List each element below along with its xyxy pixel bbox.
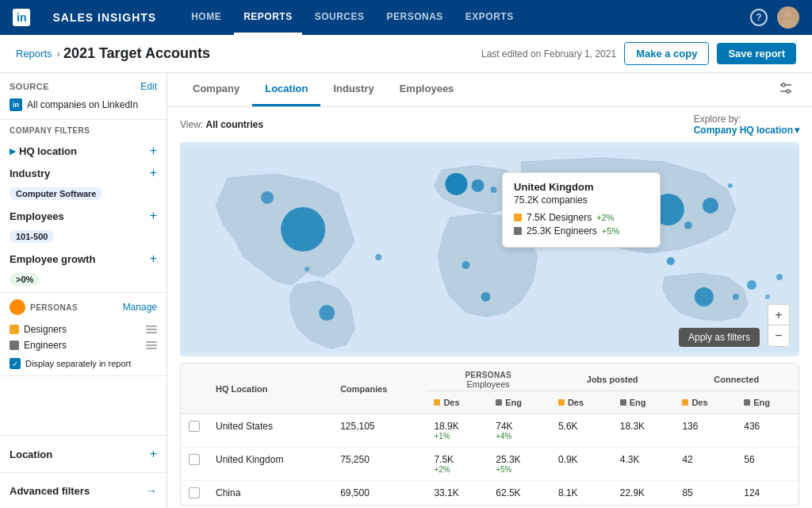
industry-tag-computer-software[interactable]: Computer Software [10, 187, 102, 200]
map-tooltip: United Kingdom 75.2K companies 7.5K Desi… [502, 172, 661, 248]
source-item: in All companies on LinkedIn [10, 98, 157, 111]
world-map-svg [180, 142, 799, 356]
row3-checkbox[interactable] [189, 487, 200, 498]
eng-dot-emp [496, 399, 502, 406]
row3-emp-eng: 62.5K [488, 481, 550, 506]
nav-exports[interactable]: EXPORTS [456, 0, 523, 35]
manage-personas-link[interactable]: Manage [123, 302, 157, 313]
svg-point-17 [304, 267, 309, 271]
row2-jobs-eng: 4.3K [612, 448, 675, 481]
row2-checkbox-cell [181, 448, 208, 481]
row3-jobs-eng: 22.9K [612, 481, 675, 506]
industry-add-icon[interactable]: + [150, 166, 157, 180]
filter-settings-icon[interactable] [772, 75, 799, 105]
select-all-header [181, 364, 208, 414]
row3-checkbox-cell [181, 481, 208, 506]
advanced-filters-row[interactable]: Advanced filters → [0, 472, 167, 508]
eng-dot-jobs [620, 399, 626, 406]
svg-point-15 [733, 294, 739, 300]
des-dot-jobs [558, 399, 565, 406]
employees-tag-101-500[interactable]: 101-500 [10, 230, 54, 243]
row2-checkbox[interactable] [189, 454, 200, 465]
row3-conn-eng: 124 [736, 481, 799, 506]
tooltip-engineers-dot [514, 227, 522, 235]
source-name: All companies on LinkedIn [27, 99, 138, 110]
map-bubble-usa[interactable] [281, 207, 325, 252]
tab-industry[interactable]: Industry [320, 73, 386, 106]
tooltip-engineers-change: +5% [602, 226, 619, 236]
nav-personas[interactable]: PERSONAS [377, 0, 453, 35]
map-bubble-australia[interactable] [695, 287, 714, 306]
zoom-out-button[interactable]: − [768, 325, 789, 346]
jobs-eng-col: Eng [612, 391, 675, 414]
employees-add-icon[interactable]: + [150, 209, 157, 223]
employee-growth-tag-positive[interactable]: >0% [10, 273, 40, 286]
svg-point-20 [491, 187, 497, 193]
table-section: HQ Location Companies PERSONAS Employees… [167, 356, 812, 508]
employees-tags: 101-500 [10, 227, 157, 243]
hq-chevron-icon: ▶ [10, 147, 16, 156]
explore-chevron-icon: ▾ [795, 125, 799, 136]
employee-growth-add-icon[interactable]: + [150, 252, 157, 266]
svg-point-1 [781, 19, 795, 29]
row1-checkbox-cell [181, 414, 208, 448]
app-brand: SALES INSIGHTS [52, 11, 156, 24]
row1-conn-des: 136 [674, 414, 736, 448]
row1-checkbox[interactable] [189, 421, 200, 432]
map-bubble-japan[interactable] [703, 198, 718, 214]
employees-filter[interactable]: Employees + [10, 205, 157, 227]
breadcrumb-reports[interactable]: Reports [16, 48, 52, 60]
nav-sources[interactable]: SOURCES [305, 0, 374, 35]
map-bubble-nigeria[interactable] [462, 261, 469, 269]
save-report-button[interactable]: Save report [717, 43, 796, 64]
location-add-icon[interactable]: + [150, 447, 157, 461]
map-bubble-singapore[interactable] [667, 257, 675, 265]
sub-header: Reports › 2021 Target Accounts Last edit… [0, 35, 812, 73]
sidebar-bottom: Location + Advanced filters → [0, 435, 167, 508]
help-icon[interactable]: ? [750, 9, 768, 26]
tab-employees[interactable]: Employees [387, 73, 467, 106]
hq-location-filter[interactable]: ▶ HQ location + [10, 140, 157, 162]
persona-designers-name: Designers [24, 324, 67, 335]
engineers-drag-handle[interactable] [146, 341, 157, 349]
companies-col-header: Companies [332, 364, 426, 414]
tooltip-row-designers: 7.5K Designers +2% [514, 212, 649, 223]
map-bubble-south-africa[interactable] [481, 292, 490, 302]
tooltip-country: United Kingdom [514, 181, 649, 193]
map-bubble-uk[interactable] [445, 173, 467, 195]
map-bubble-germany[interactable] [471, 179, 484, 192]
location-filter-row[interactable]: Location + [0, 435, 167, 472]
tab-company[interactable]: Company [180, 73, 252, 106]
designers-drag-handle[interactable] [146, 325, 157, 333]
svg-point-16 [375, 254, 381, 260]
table-row: United States 125,105 18.9K +1% 74K +4% … [181, 414, 799, 448]
hq-location-label: ▶ HQ location [10, 145, 77, 157]
hq-location-add-icon[interactable]: + [150, 144, 157, 158]
nav-home[interactable]: HOME [182, 0, 231, 35]
zoom-in-button[interactable]: + [768, 305, 789, 325]
employee-growth-tags: >0% [10, 270, 157, 286]
row1-conn-eng: 436 [736, 414, 799, 448]
nav-reports[interactable]: REPORTS [234, 0, 302, 35]
subheader-actions: Last edited on February 1, 2021 Make a c… [481, 42, 796, 65]
table-wrapper: HQ Location Companies PERSONAS Employees… [180, 363, 799, 506]
display-separately-checkbox[interactable]: ✓ [10, 358, 21, 369]
make-copy-button[interactable]: Make a copy [624, 42, 709, 65]
explore-value[interactable]: Company HQ location ▾ [694, 125, 799, 136]
employee-growth-filter[interactable]: Employee growth + [10, 248, 157, 270]
map-bubble-brazil[interactable] [319, 305, 335, 321]
industry-filter[interactable]: Industry + [10, 162, 157, 184]
svg-point-2 [15, 303, 20, 308]
tabs-left: Company Location Industry Employees [180, 73, 466, 106]
row1-jobs-des: 5.6K [550, 414, 612, 448]
apply-as-filters-button[interactable]: Apply as filters [679, 328, 760, 347]
des-dot-conn [682, 399, 688, 406]
table-row: United Kingdom 75,250 7.5K +2% 25.3K +5%… [181, 448, 799, 481]
avatar[interactable] [777, 6, 799, 29]
personas-label: PERSONAS [30, 303, 78, 312]
tab-location[interactable]: Location [252, 73, 320, 106]
advanced-filters-arrow-icon[interactable]: → [146, 484, 157, 497]
map-bubble-canada[interactable] [261, 191, 274, 204]
edit-source-link[interactable]: Edit [140, 81, 157, 92]
row1-companies: 125,105 [332, 414, 426, 448]
